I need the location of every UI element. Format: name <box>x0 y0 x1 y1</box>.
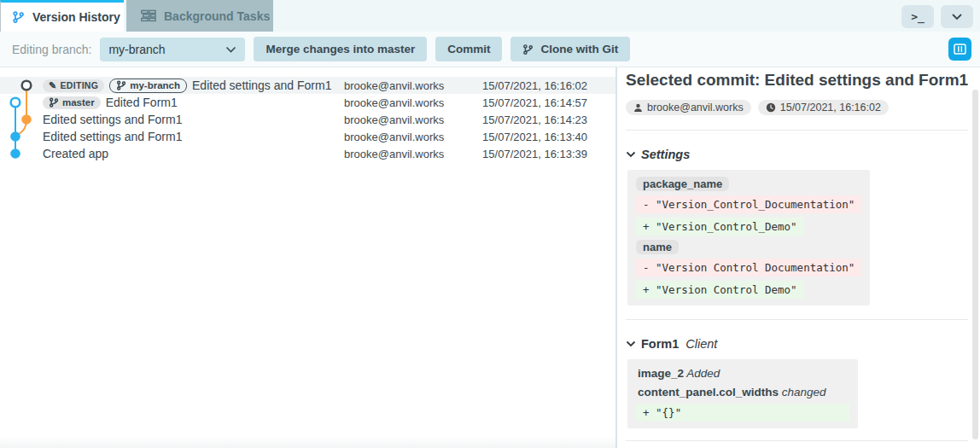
divider <box>626 319 968 320</box>
tab-version-history[interactable]: Version History <box>0 0 124 32</box>
commit-list: ✎EDITINGmy-branchEdited settings and For… <box>0 67 615 162</box>
commit-message: Edited settings and Form1 <box>43 113 344 126</box>
commit-author: brooke@anvil.works <box>344 96 459 109</box>
merge-button[interactable]: Merge changes into master <box>254 37 427 61</box>
time-pill-label: 15/07/2021, 16:16:02 <box>780 102 881 113</box>
tab-label: Background Tasks <box>164 9 270 23</box>
toolbar: Editing branch: my-branch Merge changes … <box>0 32 980 67</box>
commit-timestamp: 15/07/2021, 16:14:23 <box>459 113 587 126</box>
commit-button[interactable]: Commit <box>435 37 502 61</box>
diff-box: image_2 Addedcontent_panel.col_widths ch… <box>627 359 858 428</box>
commit-author: brooke@anvil.works <box>344 79 459 92</box>
section-qualifier: Client <box>685 337 717 351</box>
git-branch-icon <box>12 10 25 24</box>
commit-row[interactable]: masterEdited Form1brooke@anvil.works15/0… <box>0 94 615 111</box>
git-branch-icon <box>116 80 126 90</box>
divider <box>626 440 968 441</box>
diff-status: changed <box>779 386 826 399</box>
commit-message: ✎EDITINGmy-branchEdited settings and For… <box>43 79 344 93</box>
diff-removed-line: - "Version_Control_Documentation" <box>636 195 861 213</box>
chevron-down-icon <box>225 46 236 53</box>
main-area: ✎EDITINGmy-branchEdited settings and For… <box>0 67 980 448</box>
commit-message-text: Created app <box>43 147 108 160</box>
branch-badge: my-branch <box>109 79 187 93</box>
diff-added-line: + "{}" <box>636 404 849 422</box>
pencil-icon: ✎ <box>49 80 57 91</box>
tab-bar: Version History Background Tasks >_ <box>0 0 980 32</box>
diff-removed-line: - "Version Control Documentation" <box>636 259 861 276</box>
commit-author: brooke@anvil.works <box>344 113 459 126</box>
git-branch-icon <box>49 97 59 108</box>
commit-meta-row: brooke@anvil.works 15/07/2021, 16:16:02 <box>626 100 968 115</box>
diff-added-line: + "Version_Control_Demo" <box>636 218 804 236</box>
bottom-fade <box>0 436 615 448</box>
commit-row[interactable]: Edited settings and Form1brooke@anvil.wo… <box>0 111 615 128</box>
diff-added-line: + "Version Control Demo" <box>636 281 804 299</box>
clone-button-label: Clone with Git <box>540 43 618 55</box>
commit-message-text: Edited settings and Form1 <box>43 113 182 126</box>
divider <box>626 130 968 131</box>
diff-key: image_2 Added <box>636 366 721 381</box>
terminal-prompt-icon: >_ <box>911 10 925 23</box>
commit-row[interactable]: Created appbrooke@anvil.works15/07/2021,… <box>0 145 615 162</box>
commit-message-text: Edited Form1 <box>106 96 178 109</box>
clone-with-git-button[interactable]: Clone with Git <box>510 37 630 61</box>
git-branch-icon <box>522 44 534 55</box>
commit-message-text: Edited settings and Form1 <box>43 130 182 143</box>
tab-background-tasks[interactable]: Background Tasks <box>126 0 273 32</box>
time-pill: 15/07/2021, 16:16:02 <box>758 100 889 115</box>
section-name: Settings <box>641 148 690 161</box>
section-header-settings[interactable]: Settings <box>626 148 968 161</box>
commit-timestamp: 15/07/2021, 16:16:02 <box>459 79 587 92</box>
diff-key: name <box>636 240 679 254</box>
section-header-form1[interactable]: Form1Client <box>626 337 968 351</box>
tab-label: Version History <box>32 10 120 24</box>
branch-badge: master <box>43 96 101 109</box>
tasks-bricks-icon <box>141 9 156 22</box>
merge-button-label: Merge changes into master <box>265 43 415 55</box>
commit-timestamp: 15/07/2021, 16:13:40 <box>459 131 587 143</box>
terminal-button[interactable]: >_ <box>901 5 934 28</box>
badge-label: master <box>62 97 95 108</box>
commit-message: masterEdited Form1 <box>43 96 344 109</box>
branch-select[interactable]: my-branch <box>100 38 245 61</box>
branch-select-value: my-branch <box>108 43 165 56</box>
commit-message: Edited settings and Form1 <box>43 130 344 143</box>
collapse-panel-button[interactable] <box>941 5 973 28</box>
columns-icon <box>954 44 966 55</box>
section-name: Form1 <box>641 337 679 351</box>
selected-commit-panel: Selected commit: Edited settings and For… <box>617 67 980 448</box>
author-pill-label: brooke@anvil.works <box>647 102 744 113</box>
right-panel-scrollbar[interactable] <box>972 90 978 439</box>
commit-timestamp: 15/07/2021, 16:13:39 <box>459 148 587 160</box>
clock-icon <box>766 102 776 113</box>
editing-badge: ✎EDITING <box>43 79 104 92</box>
diff-status: Added <box>684 367 720 380</box>
chevron-down-icon <box>626 151 636 158</box>
commit-message: Created app <box>43 147 344 160</box>
chevron-down-icon <box>626 340 636 347</box>
commit-timestamp: 15/07/2021, 16:14:57 <box>459 96 587 109</box>
commit-button-label: Commit <box>447 43 490 55</box>
author-pill: brooke@anvil.works <box>626 100 751 115</box>
diff-sections: Settingspackage_name- "Version_Control_D… <box>626 148 968 428</box>
person-icon <box>633 103 643 113</box>
badge-label: my-branch <box>130 80 180 91</box>
toggle-side-panel-button[interactable] <box>948 38 971 61</box>
tabbar-spacer <box>273 0 901 32</box>
diff-box: package_name- "Version_Control_Documenta… <box>627 170 870 305</box>
commit-row[interactable]: Edited settings and Form1brooke@anvil.wo… <box>0 128 615 145</box>
commit-row[interactable]: ✎EDITINGmy-branchEdited settings and For… <box>0 77 615 94</box>
badge-label: EDITING <box>61 80 99 91</box>
diff-key: package_name <box>636 177 729 191</box>
commit-author: brooke@anvil.works <box>344 131 459 143</box>
commit-history-panel: ✎EDITINGmy-branchEdited settings and For… <box>0 67 617 448</box>
commit-message-text: Edited settings and Form1 <box>192 79 331 92</box>
editing-branch-label: Editing branch: <box>12 43 91 56</box>
commit-author: brooke@anvil.works <box>344 148 459 160</box>
diff-key: content_panel.col_widths changed <box>636 385 828 399</box>
selected-commit-title: Selected commit: Edited settings and For… <box>626 71 968 90</box>
chevron-down-icon <box>951 13 963 20</box>
